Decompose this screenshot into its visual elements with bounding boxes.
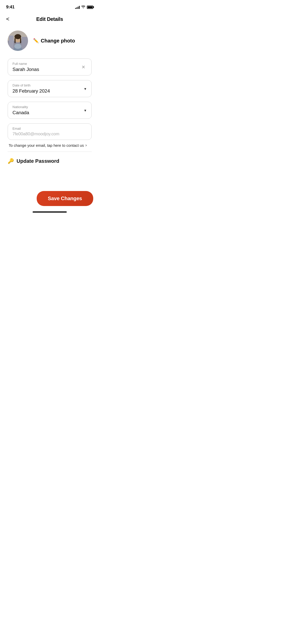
status-time: 9:41 [6,5,15,10]
full-name-clear-button[interactable]: ✕ [80,64,87,71]
svg-rect-3 [9,36,13,51]
full-name-field[interactable]: Full name Sarah Jonas ✕ [8,58,92,76]
nationality-chevron-icon: ▼ [84,108,87,112]
back-button[interactable]: < [5,15,10,23]
save-changes-button[interactable]: Save Changes [37,191,93,206]
signal-bar-1 [75,8,76,9]
email-hint-text: To change your email, tap here to contac… [9,143,84,148]
bottom-section: Save Changes [0,188,99,215]
svg-point-8 [15,34,21,39]
content: ✏️ Change photo Full name Sarah Jonas ✕ … [0,25,99,194]
signal-bar-4 [79,6,80,9]
svg-rect-9 [15,38,16,43]
avatar[interactable] [8,31,28,51]
key-icon: 🔑 [8,158,14,164]
change-photo-label: Change photo [41,38,75,44]
date-of-birth-chevron-icon: ▼ [84,87,87,91]
email-label: Email [12,127,87,130]
email-field: Email 7fe00a80@moodjoy.com [8,123,92,140]
date-of-birth-value: 28 February 2024 [12,88,87,94]
date-of-birth-label: Date of birth [12,83,87,87]
svg-point-6 [14,44,21,49]
status-icons [75,6,93,9]
signal-bar-3 [78,7,78,9]
avatar-section: ✏️ Change photo [8,31,92,51]
date-of-birth-field[interactable]: Date of birth 28 February 2024 ▼ [8,80,92,97]
svg-rect-10 [20,38,21,43]
email-hint[interactable]: To change your email, tap here to contac… [8,143,92,148]
wifi-icon [81,6,85,9]
update-password-button[interactable]: 🔑 Update Password [8,156,59,166]
battery-icon [87,6,93,9]
page-title: Edit Details [36,16,63,22]
svg-rect-4 [22,37,28,51]
email-hint-arrow-icon: › [85,143,87,148]
avatar-image [8,31,28,51]
full-name-value: Sarah Jonas [12,67,87,72]
header: < Edit Details [0,13,99,25]
nationality-value: Canada [12,110,87,115]
change-photo-button[interactable]: ✏️ Change photo [33,38,75,44]
update-password-label: Update Password [17,158,59,164]
pencil-icon: ✏️ [33,38,39,43]
nationality-label: Nationality [12,105,87,109]
nationality-field[interactable]: Nationality Canada ▼ [8,102,92,119]
signal-bar-2 [76,7,77,9]
divider [8,152,92,152]
email-value: 7fe00a80@moodjoy.com [12,131,87,137]
home-indicator [33,211,67,213]
status-bar: 9:41 [0,0,99,13]
signal-icon [75,6,80,9]
battery-fill [88,6,92,8]
full-name-label: Full name [12,62,87,66]
